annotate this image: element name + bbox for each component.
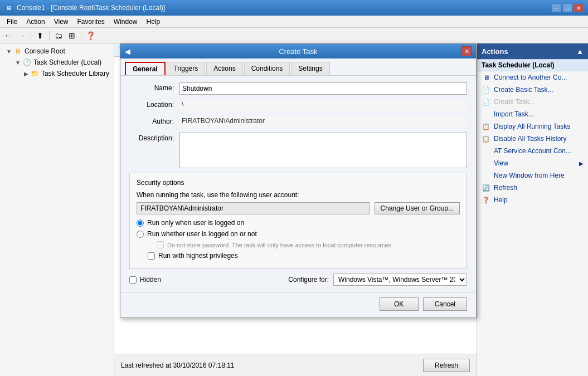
description-input[interactable]	[179, 133, 467, 168]
action-view[interactable]: View ▶	[477, 157, 588, 169]
task-scheduler-icon: 🕐	[22, 58, 31, 67]
radio-logged-on-row: Run only when user is logged on	[137, 219, 460, 227]
console-root-label: Console Root	[25, 47, 65, 55]
action-connect[interactable]: 🖥 Connect to Another Co...	[477, 71, 588, 84]
author-label: Author:	[129, 116, 179, 125]
run-highest-label: Run with highest privileges	[158, 252, 238, 260]
action-create-basic[interactable]: 📄 Create Basic Task...	[477, 84, 588, 96]
actions-header: Actions ▲	[477, 43, 588, 59]
dialog-close-btn[interactable]: ✕	[461, 46, 472, 56]
connect-icon: 🖥	[482, 73, 490, 82]
ok-button[interactable]: OK	[380, 297, 419, 311]
tab-conditions[interactable]: Conditions	[244, 62, 290, 75]
tab-actions[interactable]: Actions	[206, 62, 242, 75]
tree-item-library[interactable]: ▶ 📁 Task Scheduler Library	[2, 68, 111, 79]
security-section: Security options When running the task, …	[129, 173, 467, 269]
action-connect-label: Connect to Another Co...	[494, 74, 567, 81]
refresh-icon: 🔄	[482, 183, 490, 192]
left-panel: ▼ 🖥 Console Root ▼ 🕐 Task Scheduler (Loc…	[0, 43, 114, 376]
create-icon: 📄	[482, 97, 490, 106]
tree-item-task-scheduler[interactable]: ▼ 🕐 Task Scheduler (Local)	[2, 57, 111, 68]
action-create-label: Create Task...	[494, 98, 535, 106]
action-at-service[interactable]: AT Service Account Con...	[477, 145, 588, 157]
back-btn[interactable]: ←	[2, 30, 14, 42]
tree-item-console-root[interactable]: ▼ 🖥 Console Root	[2, 46, 111, 57]
dialog-tabs: General Triggers Actions Conditions Sett…	[120, 58, 476, 76]
description-label: Description:	[129, 133, 179, 142]
dialog-bottom-row: Hidden Configure for: Windows Vista™, Wi…	[129, 274, 467, 286]
actions-panel: Actions ▲ Task Scheduler (Local) 🖥 Conne…	[477, 43, 588, 376]
expand-library[interactable]: ▶	[22, 71, 31, 77]
dialog-back-arrow[interactable]: ◀	[125, 47, 130, 56]
tab-general[interactable]: General	[125, 62, 166, 75]
title-bar: 🖥 Console1 - [Console Root\Task Schedule…	[0, 0, 588, 16]
action-import[interactable]: Import Task...	[477, 108, 588, 120]
console-root-icon: 🖥	[13, 47, 22, 56]
action-new-window[interactable]: New Window from Here	[477, 169, 588, 182]
up-btn[interactable]: ⬆	[34, 30, 46, 42]
actions-section-title: Task Scheduler (Local)	[477, 59, 588, 71]
menu-action[interactable]: Action	[22, 17, 49, 27]
user-account-field[interactable]	[137, 202, 370, 214]
author-row: Author: FIRATBOYAN\Administrator	[129, 116, 467, 128]
dialog-title-text: Create Task	[135, 47, 461, 56]
minimize-btn[interactable]: ─	[551, 3, 561, 12]
action-disable-history-label: Disable All Tasks History	[494, 135, 567, 143]
dialog-title-bar: ◀ Create Task ✕	[120, 44, 476, 58]
action-display-running[interactable]: 📋 Display All Running Tasks	[477, 120, 588, 133]
action-create[interactable]: 📄 Create Task...	[477, 96, 588, 108]
menu-file[interactable]: File	[2, 17, 22, 27]
action-display-running-label: Display All Running Tasks	[494, 123, 570, 130]
radio-whether-row: Run whether user is logged on or not	[137, 230, 460, 238]
action-new-window-label: New Window from Here	[494, 172, 565, 179]
configure-row: Configure for: Windows Vista™, Windows S…	[288, 274, 467, 286]
properties-btn[interactable]: ⊞	[66, 30, 78, 42]
library-icon: 📁	[31, 69, 39, 78]
name-input[interactable]	[179, 82, 467, 95]
toolbar-separator-2	[49, 31, 50, 41]
expand-console-root[interactable]: ▼	[4, 48, 13, 55]
menu-help[interactable]: Help	[142, 17, 165, 27]
user-account-row: Change User or Group...	[137, 202, 460, 214]
help-btn[interactable]: ❓	[84, 30, 96, 42]
action-import-label: Import Task...	[494, 110, 534, 118]
configure-select[interactable]: Windows Vista™, Windows Server™ 2008 Win…	[333, 274, 467, 286]
actions-collapse-icon[interactable]: ▲	[576, 47, 584, 56]
menu-window[interactable]: Window	[109, 17, 142, 27]
action-disable-history[interactable]: 📋 Disable All Tasks History	[477, 133, 588, 145]
radio-whether[interactable]	[137, 231, 144, 238]
location-label: Location:	[129, 99, 179, 109]
run-highest-checkbox[interactable]	[148, 252, 155, 260]
action-view-label: View	[494, 159, 508, 167]
radio-whether-label: Run whether user is logged on or not	[147, 230, 257, 238]
change-user-btn[interactable]: Change User or Group...	[375, 202, 460, 214]
action-help[interactable]: ❓ Help	[477, 194, 588, 206]
forward-btn[interactable]: →	[16, 30, 28, 42]
main-refresh-button[interactable]: Refresh	[423, 359, 470, 372]
tab-settings[interactable]: Settings	[291, 62, 329, 75]
expand-task-scheduler[interactable]: ▼	[13, 60, 22, 66]
radio-logged-on[interactable]	[137, 219, 144, 227]
main-layout: ▼ 🖥 Console Root ▼ 🕐 Task Scheduler (Loc…	[0, 43, 588, 376]
show-hide-tree-btn[interactable]: 🗂	[52, 30, 65, 42]
security-title: Security options	[137, 179, 460, 187]
menu-bar: File Action View Favorites Window Help	[0, 16, 588, 28]
maximize-btn[interactable]: □	[562, 3, 572, 12]
toolbar-separator-3	[81, 31, 81, 41]
app-icon: 🖥	[4, 3, 13, 12]
action-refresh[interactable]: 🔄 Refresh	[477, 182, 588, 194]
library-label: Task Scheduler Library	[41, 70, 109, 77]
hidden-checkbox[interactable]	[129, 276, 137, 284]
menu-favorites[interactable]: Favorites	[73, 17, 109, 27]
location-row: Location: \	[129, 99, 467, 111]
hidden-row: Hidden	[129, 276, 161, 284]
cancel-button[interactable]: Cancel	[423, 297, 467, 311]
tab-triggers[interactable]: Triggers	[167, 62, 206, 75]
when-running-subtitle: When running the task, use the following…	[137, 191, 460, 199]
toolbar: ← → ⬆ 🗂 ⊞ ❓	[0, 28, 588, 43]
location-value: \	[179, 99, 467, 111]
description-row: Description:	[129, 133, 467, 168]
menu-view[interactable]: View	[50, 17, 73, 27]
close-btn[interactable]: ✕	[574, 3, 584, 12]
toolbar-separator-1	[31, 31, 31, 41]
